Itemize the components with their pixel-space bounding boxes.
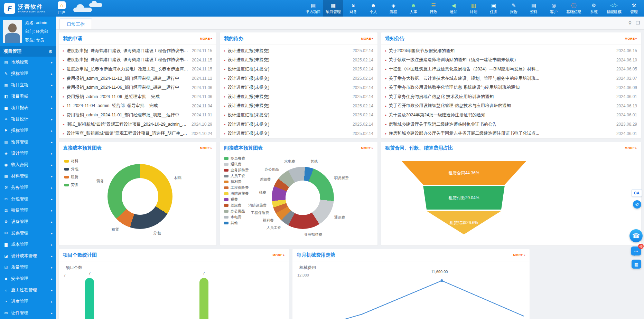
nav-item-notice[interactable]: ◀通知 bbox=[444, 0, 464, 17]
more-link[interactable]: MORE▸ bbox=[272, 253, 285, 257]
key-icon[interactable]: ⚲ bbox=[628, 20, 632, 26]
phone-service-button[interactable]: ✆ bbox=[633, 200, 641, 209]
list-item[interactable]: ▸设计进度汇报(未提交)2025.02.14 bbox=[224, 92, 373, 102]
list-item[interactable]: ▸进度款申报_长春市伊通河水力发电厂改建工程_长春市伊通河水力发电...2024… bbox=[63, 65, 212, 74]
sidebar-item-tender[interactable]: ⚑招标管理▸ bbox=[0, 125, 56, 136]
funnel-stage[interactable]: 租赁结算26.6% bbox=[402, 211, 526, 234]
sidebar-item-bidding[interactable]: ✎投标管理▸ bbox=[0, 68, 56, 79]
funnel-stage[interactable]: 租赁合同44.36% bbox=[402, 161, 526, 185]
sidebar-section-header[interactable]: 项目管理 ⚙ bbox=[0, 46, 56, 57]
legend-item[interactable]: 税费 bbox=[224, 197, 249, 202]
customer-service-button[interactable]: ☎ bbox=[629, 229, 643, 242]
sidebar-item-progress[interactable]: ◔进度管理▸ bbox=[0, 296, 56, 307]
list-item[interactable]: ▸关于领取一级注册建造师培训项贴的通知（须持一建证书前来领取）2024.06.1… bbox=[385, 56, 637, 65]
list-item[interactable]: ▸关于举办住房与房地产信息化 技术及应用培训班的通知2024.06.01 bbox=[385, 92, 637, 102]
more-link[interactable]: MORE▸ bbox=[200, 37, 212, 40]
legend-item[interactable]: 福利费 bbox=[224, 180, 249, 184]
legend-item[interactable]: 人员工资 bbox=[224, 174, 249, 178]
nav-item-base-info[interactable]: ⓘ基础信息 bbox=[564, 0, 584, 17]
list-item[interactable]: ▸房和城乡建设厅关于取消二级建造师临时执业证书的公告2023.08.29 bbox=[385, 120, 637, 129]
list-item[interactable]: ▸11_2024-11-04_admin_经营部_领导审批__完成2024.11… bbox=[63, 102, 212, 111]
sidebar-item-design[interactable]: ◈设计管理▸ bbox=[0, 148, 56, 159]
legend-item[interactable]: 租赁 bbox=[64, 174, 78, 180]
sidebar-item-project-design[interactable]: ✒项目设计▸ bbox=[0, 114, 56, 125]
more-link[interactable]: MORE▸ bbox=[200, 146, 212, 150]
app-logo[interactable]: F 泛普软件 FANPU SOFTWARE bbox=[0, 0, 53, 17]
list-item[interactable]: ▸关于2024年国庆节放假安排的通知2024.06.15 bbox=[385, 46, 637, 56]
sidebar-item-construction-process[interactable]: ○施工过程管理▸ bbox=[0, 284, 56, 296]
nav-item-manage[interactable]: ⚒管理 bbox=[624, 0, 644, 17]
more-link[interactable]: MORE▸ bbox=[361, 146, 373, 150]
list-item[interactable]: ▸住房和城乡建设部办公厅关于同意吉林省开展二级建造师注册证书电子化试点...20… bbox=[385, 129, 637, 138]
nav-item-finance[interactable]: ¥财务 bbox=[343, 0, 363, 17]
sidebar-item-project-board[interactable]: ◧项目看板▸ bbox=[0, 91, 56, 102]
tab-daily-work[interactable]: 日常工作 bbox=[59, 19, 92, 29]
nav-item-report[interactable]: ✎报告 bbox=[504, 0, 524, 17]
nav-item-admin-affairs[interactable]: ☰行政 bbox=[423, 0, 444, 17]
list-item[interactable]: ▸设计进度汇报(未提交)2025.02.14 bbox=[224, 110, 373, 120]
list-item[interactable]: ▸于征集《中国建筑施工行业信息化发展报告（2024）—BIM应用与发展》材料..… bbox=[385, 65, 637, 74]
expand-icon[interactable]: ❒ bbox=[636, 20, 640, 26]
legend-item[interactable]: 劳务 bbox=[64, 182, 78, 187]
sidebar-item-invoice[interactable]: ✉发票管理▸ bbox=[0, 228, 56, 239]
legend-item[interactable]: 工程保险费 bbox=[224, 185, 249, 190]
legend-item[interactable]: 差旅费 bbox=[224, 203, 249, 208]
nav-item-workflow[interactable]: ◈流程 bbox=[383, 0, 403, 17]
list-item[interactable]: ▸设计进度汇报(未提交)2025.02.14 bbox=[224, 46, 373, 56]
sidebar-item-material[interactable]: ▩材料管理▸ bbox=[0, 171, 56, 182]
list-item[interactable]: ▸进度款申报_珠海鹤港口建设_珠海鹤港口建设工程合作协议书_admin_...2… bbox=[63, 46, 212, 56]
legend-item[interactable]: 业务招待费 bbox=[224, 168, 249, 173]
legend-item[interactable]: 分包 bbox=[64, 166, 78, 172]
gear-icon[interactable]: ⚙ bbox=[48, 49, 53, 54]
sidebar-item-project-report[interactable]: ▆项目报表▸ bbox=[0, 102, 56, 114]
list-item[interactable]: ▸设计进度汇报(未提交)2025.02.14 bbox=[224, 83, 373, 92]
sidebar-item-subcontract[interactable]: ✂分包管理▸ bbox=[0, 193, 56, 205]
legend-item[interactable]: 水电费 bbox=[224, 215, 249, 220]
list-item[interactable]: ▸设计进度汇报(未提交)2025.02.14 bbox=[224, 74, 373, 83]
nav-item-task[interactable]: ▣任务 bbox=[484, 0, 504, 17]
sidebar-item-cost[interactable]: ▇成本管理▸ bbox=[0, 239, 56, 250]
legend-item[interactable]: 职员餐费 bbox=[224, 156, 249, 161]
chat-button[interactable]: ••• 45 bbox=[631, 246, 641, 255]
nav-item-system[interactable]: ⚙系统 bbox=[584, 0, 604, 17]
nav-item-portal[interactable]: ⌂ 门户 bbox=[53, 0, 71, 17]
list-item[interactable]: ▸设计审查_彭祖新城“四馆”景观工程设计项目_请选择_胡广生_2024-10-2… bbox=[63, 129, 212, 138]
list-item[interactable]: ▸关于举办市政公用设施数字化管理信息 系统建设与应用培训班的通知2024.06.… bbox=[385, 83, 637, 92]
more-link[interactable]: MORE▸ bbox=[361, 37, 373, 40]
nav-item-client-project[interactable]: ▤甲方项目 bbox=[303, 0, 323, 17]
list-item[interactable]: ▸设计进度汇报(未提交)2025.02.14 bbox=[224, 56, 373, 65]
list-item[interactable]: ▸费用报销_admin_2024-11-06_部门经理审批_胡建__运行中202… bbox=[63, 83, 212, 92]
sidebar-item-income-contract[interactable]: ◉收入合同▸ bbox=[0, 159, 56, 171]
list-item[interactable]: ▸关于发放2024年第24批一级建造师注册证书的通知2024.06.01 bbox=[385, 110, 637, 120]
sidebar-item-lease[interactable]: ⚖租赁管理▸ bbox=[0, 205, 56, 216]
legend-item[interactable]: 办公用品 bbox=[224, 209, 249, 214]
funnel-stage[interactable]: 租赁付款29.04% bbox=[402, 186, 526, 210]
legend-item[interactable]: 通讯费 bbox=[224, 162, 249, 167]
sidebar-item-equipment[interactable]: ⚙设备管理▸ bbox=[0, 216, 56, 228]
legend-item[interactable]: 材料 bbox=[64, 158, 78, 164]
list-item[interactable]: ▸关于召开市政公用设施智慧化管理 信息技术与应用培训班的通知2024.06.19 bbox=[385, 102, 637, 111]
sidebar-item-project-initiation[interactable]: ▦项目立项▸ bbox=[0, 79, 56, 91]
nav-item-plan[interactable]: ▥计划 bbox=[464, 0, 484, 17]
list-item[interactable]: ▸进度款申报_珠海鹤港口建设_珠海鹤港口建设工程合作协议书_admin_...2… bbox=[63, 56, 212, 65]
ca-widget[interactable]: CA bbox=[632, 189, 642, 197]
list-item[interactable]: ▸设计进度汇报(未提交)2025.02.14 bbox=[224, 65, 373, 74]
list-item[interactable]: ▸设计进度汇报(未提交)2025.02.14 bbox=[224, 120, 373, 129]
list-item[interactable]: ▸费用报销_admin_2024-11-01_部门经理审批_胡建__运行中202… bbox=[63, 110, 212, 120]
sidebar-item-labor[interactable]: ⚒劳务管理▸ bbox=[0, 182, 56, 193]
list-item[interactable]: ▸测试_彭祖新城“四馆”景观工程设计项目_2024-10-29_admin_结束… bbox=[63, 120, 212, 129]
sidebar-item-quality[interactable]: ☑质量管理▸ bbox=[0, 262, 56, 273]
more-link[interactable]: MORE▸ bbox=[625, 146, 637, 150]
sidebar-item-design-cost[interactable]: ◪设计成本管理▸ bbox=[0, 250, 56, 262]
list-item[interactable]: ▸设计进度汇报(未提交)2025.02.14 bbox=[224, 129, 373, 138]
nav-item-smart-modeling[interactable]: </>智能建模 bbox=[604, 0, 624, 17]
nav-item-project-mgmt[interactable]: ▦项目管理 bbox=[323, 0, 343, 17]
nav-item-personal[interactable]: ☻个人 bbox=[363, 0, 383, 17]
list-item[interactable]: ▸设计进度汇报(未提交)2025.02.14 bbox=[224, 102, 373, 111]
more-link[interactable]: MORE▸ bbox=[625, 37, 637, 40]
legend-item[interactable]: 消防设施费 bbox=[224, 191, 249, 196]
more-link[interactable]: MORE▸ bbox=[513, 253, 525, 257]
list-item[interactable]: ▸关于举办大数据、云计算技术在城市建设、规划、管理与服务中的应用培训班...20… bbox=[385, 74, 637, 83]
sidebar-item-certificate[interactable]: ▭证件管理▸ bbox=[0, 307, 56, 319]
sidebar-item-safety[interactable]: ◆安全管理▸ bbox=[0, 273, 56, 284]
